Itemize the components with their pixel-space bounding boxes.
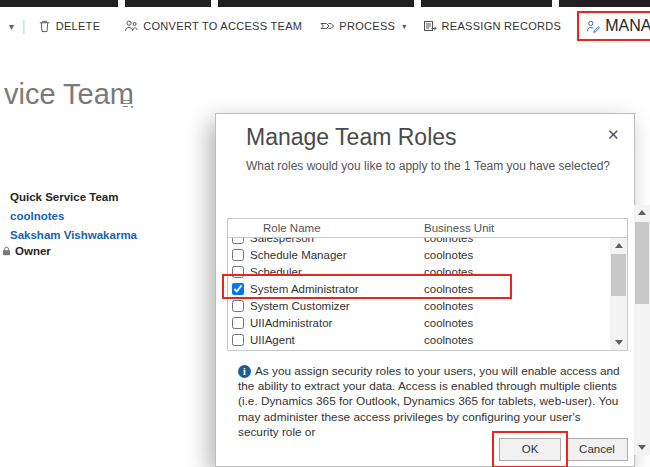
roles-list-header: Role Name Business Unit [228, 219, 627, 238]
ok-button[interactable]: OK [499, 438, 561, 461]
role-bu: coolnotes [424, 283, 473, 295]
security-roles-info: iAs you assign security roles to your us… [238, 364, 620, 440]
role-row-schedule-manager[interactable]: Schedule Manager coolnotes [228, 246, 610, 263]
trash-icon [38, 19, 51, 33]
role-name: Scheduler [250, 266, 424, 278]
role-name: UIIAdministrator [250, 317, 424, 329]
role-checkbox[interactable] [232, 300, 244, 312]
owner-field: Owner [2, 245, 51, 257]
role-row-scheduler[interactable]: Scheduler coolnotes [228, 263, 610, 280]
team-name: Quick Service Team [10, 188, 137, 207]
role-name: System Customizer [250, 300, 424, 312]
reassign-label: REASSIGN RECORDS [442, 20, 562, 32]
roles-list-scrollbar[interactable] [610, 238, 627, 350]
role-name: Schedule Manager [250, 249, 424, 261]
role-bu: coolnotes [424, 266, 473, 278]
owner-label: Owner [15, 245, 51, 257]
role-bu: coolnotes [424, 249, 473, 261]
tab-strip-segment [559, 0, 650, 7]
manage-roles-icon [586, 19, 600, 33]
tab-strip-segment [218, 0, 414, 7]
scrollbar-thumb[interactable] [635, 222, 649, 304]
role-row-uiiagent[interactable]: UIIAgent coolnotes [228, 331, 610, 348]
lock-icon [2, 246, 11, 256]
business-unit-link[interactable]: coolnotes [10, 207, 137, 226]
role-checkbox[interactable] [232, 334, 244, 346]
separator: | [22, 18, 26, 34]
chevron-down-icon: ▾ [402, 22, 406, 31]
role-bu: coolnotes [424, 334, 473, 346]
command-bar: ▾ | DELETE CONVERT TO ACCESS TEAM PROCES… [0, 7, 650, 45]
role-checkbox[interactable] [232, 249, 244, 261]
roles-list: Role Name Business Unit Salesperson cool… [227, 218, 628, 351]
manage-roles-label: MANAGE ROLES [605, 17, 650, 35]
roles-rows-viewport: Salesperson coolnotes Schedule Manager c… [228, 238, 610, 350]
form-selector-icon[interactable] [122, 96, 135, 114]
role-row-system-customizer[interactable]: System Customizer coolnotes [228, 297, 610, 314]
scroll-up-button[interactable] [610, 238, 627, 253]
scroll-down-button[interactable] [634, 440, 650, 455]
business-unit-column-header: Business Unit [424, 222, 494, 234]
process-icon [320, 19, 334, 33]
convert-label: CONVERT TO ACCESS TEAM [143, 20, 302, 32]
role-checkbox[interactable] [232, 266, 244, 278]
close-icon[interactable]: ✕ [607, 126, 620, 144]
scroll-down-button[interactable] [610, 335, 627, 350]
delete-button[interactable]: DELETE [38, 19, 101, 33]
page-title: vice Team [4, 78, 134, 111]
role-bu: coolnotes [424, 300, 473, 312]
role-row-uiiadministrator[interactable]: UIIAdministrator coolnotes [228, 314, 610, 331]
record-summary: Quick Service Team coolnotes Saksham Vis… [10, 188, 137, 245]
dialog-subtitle: What roles would you like to apply to th… [246, 159, 610, 173]
delete-label: DELETE [56, 20, 101, 32]
role-checkbox[interactable] [232, 238, 244, 244]
tab-strip-segment [421, 0, 552, 7]
info-icon: i [238, 365, 251, 378]
manage-roles-button annotation-box-manage-roles[interactable]: MANAGE ROLES [577, 11, 650, 41]
scrollbar-thumb[interactable] [611, 254, 626, 296]
role-row-system-administrator[interactable]: System Administrator coolnotes [228, 280, 610, 297]
scroll-up-button[interactable] [634, 205, 650, 220]
role-bu: coolnotes [424, 317, 473, 329]
process-button[interactable]: PROCESS ▾ [320, 19, 406, 33]
reassign-records-button[interactable]: REASSIGN RECORDS [423, 19, 562, 33]
cancel-button[interactable]: Cancel [566, 438, 628, 461]
role-checkbox[interactable] [232, 317, 244, 329]
role-name: System Administrator [250, 283, 424, 295]
browser-tab-strip [0, 0, 650, 7]
info-text: As you assign security roles to your use… [238, 364, 620, 439]
manage-team-roles-dialog: Manage Team Roles ✕ What roles would you… [215, 113, 635, 467]
administrator-link[interactable]: Saksham Vishwakarma [10, 226, 137, 245]
chevron-down-icon[interactable]: ▾ [9, 21, 14, 32]
process-label: PROCESS [339, 20, 395, 32]
role-name: Salesperson [250, 238, 424, 244]
reassign-records-icon [423, 19, 437, 33]
convert-team-icon [124, 19, 138, 33]
role-name: UIIAgent [250, 334, 424, 346]
dialog-scrollbar[interactable] [634, 205, 650, 455]
tab-strip-segment [0, 0, 118, 7]
role-checkbox[interactable] [232, 283, 244, 295]
role-name-column-header: Role Name [263, 222, 424, 234]
role-row-salesperson[interactable]: Salesperson coolnotes [228, 238, 610, 246]
tab-strip-segment [125, 0, 211, 7]
convert-to-access-team-button[interactable]: CONVERT TO ACCESS TEAM [124, 19, 302, 33]
dialog-title: Manage Team Roles [246, 124, 457, 151]
role-bu: coolnotes [424, 238, 473, 244]
